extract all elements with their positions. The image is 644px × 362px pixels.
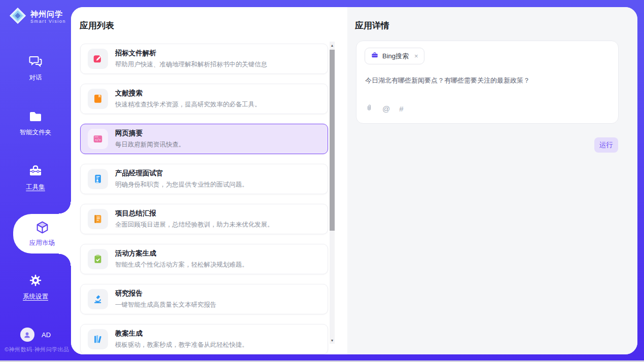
sidebar-item-label: 对话 xyxy=(29,74,42,82)
app-card-title: 研究报告 xyxy=(115,289,217,298)
sidebar-item-toolset[interactable]: 工具集 xyxy=(0,164,71,192)
clipboard-check-icon xyxy=(88,249,108,269)
brand-name: 神州问学 xyxy=(30,10,66,18)
app-list-panel: 应用列表 招标文件解析 帮助用户快速、准确地理解和解析招标书中的关键信息 xyxy=(71,7,347,354)
main-content: 应用列表 招标文件解析 帮助用户快速、准确地理解和解析招标书中的关键信息 xyxy=(71,7,637,354)
sidebar-item-settings[interactable]: 系统设置 xyxy=(0,274,71,301)
sidebar-item-app-market[interactable]: 应用市场 xyxy=(13,214,71,254)
mention-icon[interactable]: @ xyxy=(382,104,390,113)
app-card-title: 文献搜索 xyxy=(115,89,261,98)
app-card-title: 招标文件解析 xyxy=(115,49,267,58)
edit-square-icon xyxy=(88,49,108,69)
app-card-desc: 智能生成个性化活动方案，轻松解决规划难题。 xyxy=(115,261,248,269)
app-card-desc: 全面回顾项目进展，总结经验教训，助力未来优化发展。 xyxy=(115,221,274,229)
app-card-title: 网页摘要 xyxy=(115,129,185,138)
app-list-title: 应用列表 xyxy=(80,20,114,31)
app-card-title: 活动方案生成 xyxy=(115,249,248,258)
hashtag-icon[interactable]: # xyxy=(399,104,403,113)
app-card-desc: 每日政府新闻资讯快查。 xyxy=(115,140,185,149)
app-card-desc: 帮助用户快速、准确地理解和解析招标书中的关键信息 xyxy=(115,60,267,69)
app-card-title: 产品经理面试官 xyxy=(115,169,248,178)
app-card-desc: 一键智能生成高质量长文本研究报告 xyxy=(115,301,217,309)
microscope-icon xyxy=(88,289,108,309)
active-tab-bottom-fillet xyxy=(59,254,71,266)
avatar xyxy=(20,328,34,342)
app-card-bid-parsing[interactable]: 招标文件解析 帮助用户快速、准确地理解和解析招标书中的关键信息 xyxy=(80,44,328,74)
prompt-input[interactable]: 今日湖北有哪些新闻要点？有哪些需要关注的最新政策？ xyxy=(365,76,611,86)
list-scrollbar[interactable]: ▲ ▼ xyxy=(330,42,335,344)
brand-logo: 神州问学 Smart Vision xyxy=(9,7,66,26)
copyright-footer: ©神州数码·神州问学出品 xyxy=(5,346,69,353)
app-card-desc: 模板驱动，教案秒成，教学准备从此轻松快捷。 xyxy=(115,341,248,349)
attachment-toolbar: @ # xyxy=(365,103,404,114)
app-card-title: 项目总结汇报 xyxy=(115,209,274,218)
browser-code-icon: </> xyxy=(88,129,108,149)
app-card-lesson-plan[interactable]: 教案生成 模板驱动，教案秒成，教学准备从此轻松快捷。 xyxy=(80,324,328,354)
svg-text:</>: </> xyxy=(95,138,101,142)
scrollbar-down-arrow[interactable]: ▼ xyxy=(330,337,335,344)
app-card-pm-interviewer[interactable]: 产品经理面试官 明确身份和职责，为您提供专业性的面试问题。 xyxy=(80,164,328,194)
active-tab-top-fillet xyxy=(59,202,71,214)
cube-icon xyxy=(35,221,49,236)
tool-chip-bing-search[interactable]: Bing搜索 × xyxy=(365,48,424,64)
sidebar-item-chat[interactable]: 对话 xyxy=(0,55,71,82)
user-account[interactable]: AD xyxy=(0,328,71,342)
app-card-web-summary[interactable]: </> 网页摘要 每日政府新闻资讯快查。 xyxy=(80,124,328,154)
book-icon xyxy=(88,89,108,109)
brand-subtitle: Smart Vision xyxy=(30,19,66,24)
sidebar-item-smart-folder[interactable]: 智能文件夹 xyxy=(0,111,71,137)
app-card-research-report[interactable]: 研究报告 一键智能生成高质量长文本研究报告 xyxy=(80,284,328,314)
app-card-project-summary[interactable]: 项目总结汇报 全面回顾项目进展，总结经验教训，助力未来优化发展。 xyxy=(80,204,328,234)
run-button[interactable]: 运行 xyxy=(594,137,618,153)
briefcase-icon xyxy=(371,51,379,61)
app-card-event-plan[interactable]: 活动方案生成 智能生成个性化活动方案，轻松解决规划难题。 xyxy=(80,244,328,274)
tool-chip-label: Bing搜索 xyxy=(382,52,409,61)
books-icon xyxy=(88,329,108,349)
chip-close-icon[interactable]: × xyxy=(414,52,418,60)
scrollbar-up-arrow[interactable]: ▲ xyxy=(330,42,335,49)
app-detail-title: 应用详情 xyxy=(355,20,389,31)
interviewer-icon xyxy=(88,169,108,189)
app-detail-panel: 应用详情 Bing搜索 × 今日湖北有哪些新闻要点？有哪些需要关注的最新政策？ xyxy=(347,7,637,354)
scrollbar-thumb[interactable] xyxy=(330,50,335,231)
app-card-desc: 明确身份和职责，为您提供专业性的面试问题。 xyxy=(115,180,248,189)
sidebar-item-label: 应用市场 xyxy=(29,239,55,247)
toolbox-icon xyxy=(28,164,43,179)
app-card-list: 招标文件解析 帮助用户快速、准确地理解和解析招标书中的关键信息 文献搜索 快速精… xyxy=(80,44,328,354)
sidebar-item-label: 智能文件夹 xyxy=(20,128,52,137)
prompt-card[interactable]: Bing搜索 × 今日湖北有哪些新闻要点？有哪些需要关注的最新政策？ @ # xyxy=(356,41,619,124)
notebook-icon xyxy=(88,209,108,229)
app-card-title: 教案生成 xyxy=(115,329,248,338)
sidebar-item-label: 系统设置 xyxy=(23,293,48,301)
app-card-desc: 快速精准查找学术资源，提高研究效率的必备工具。 xyxy=(115,100,261,109)
sidebar: 神州问学 Smart Vision 对话 智能文件夹 xyxy=(0,0,71,362)
gear-icon xyxy=(29,274,42,289)
diamond-logo-icon xyxy=(9,7,26,26)
app-card-literature-search[interactable]: 文献搜索 快速精准查找学术资源，提高研究效率的必备工具。 xyxy=(80,84,328,114)
paperclip-icon[interactable] xyxy=(365,103,373,114)
folder-icon xyxy=(28,111,43,125)
sidebar-item-label: 工具集 xyxy=(26,183,45,192)
user-name: AD xyxy=(42,331,51,339)
chat-icon xyxy=(28,55,43,70)
